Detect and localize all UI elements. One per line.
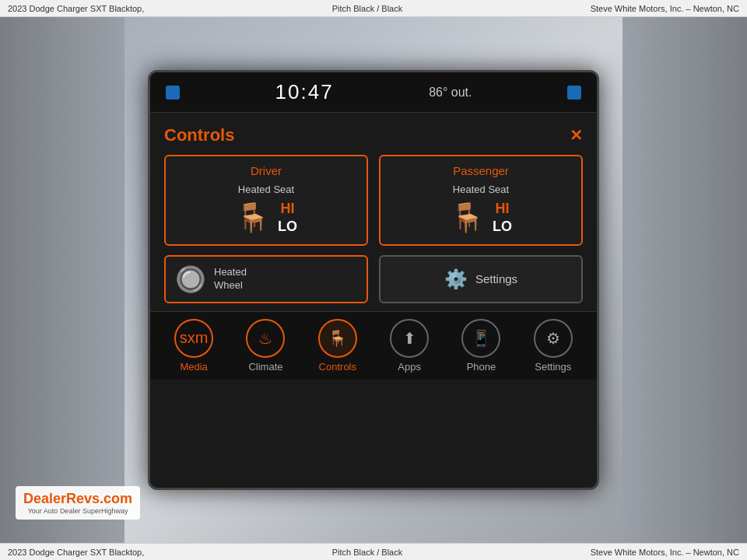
top-bar: 2023 Dodge Charger SXT Blacktop, Pitch B…	[0, 0, 747, 17]
passenger-seat-controls: 🪑 HI LO	[390, 200, 572, 236]
bottom-controls: 🔘 Heated Wheel ⚙️ Settings	[164, 255, 583, 303]
apps-icon: ⬆	[390, 319, 429, 358]
driver-seat-icon[interactable]: 🪑	[235, 201, 270, 234]
dash-left	[0, 17, 124, 543]
bottom-bar-middle: Pitch Black / Black	[332, 548, 402, 557]
car-area: 10:47 86° out. Controls ✕ Driver Heated …	[0, 17, 747, 543]
controls-icon: 🪑	[318, 319, 357, 358]
passenger-hi-label[interactable]: HI	[496, 200, 510, 218]
watermark-logo: DealerRevs.com	[23, 491, 132, 507]
settings-label: Settings	[475, 272, 517, 285]
driver-panel: Driver Heated Seat 🪑 HI LO	[164, 155, 368, 246]
passenger-panel: Passenger Heated Seat 🪑 HI LO	[379, 155, 583, 246]
infotainment-screen: 10:47 86° out. Controls ✕ Driver Heated …	[148, 70, 599, 490]
blue-indicator-left	[166, 86, 180, 100]
passenger-hi-lo: HI LO	[493, 200, 512, 236]
controls-area: Controls ✕ Driver Heated Seat 🪑 HI LO	[150, 113, 597, 311]
bottom-bar: 2023 Dodge Charger SXT Blacktop, Pitch B…	[0, 543, 747, 560]
nav-label-apps: Apps	[398, 361, 421, 373]
steering-wheel-icon: 🔘	[175, 264, 206, 294]
passenger-lo-label[interactable]: LO	[493, 218, 512, 236]
close-button[interactable]: ✕	[570, 126, 583, 145]
nav-label-settings: Settings	[535, 361, 571, 373]
driver-lo-label[interactable]: LO	[278, 218, 297, 236]
screen-header: 10:47 86° out.	[150, 72, 597, 113]
passenger-heated-seat-label: Heated Seat	[390, 184, 572, 195]
nav-label-controls: Controls	[319, 361, 356, 373]
heated-wheel-line2: Wheel	[214, 279, 243, 291]
seat-panels: Driver Heated Seat 🪑 HI LO Passenger Hea…	[164, 155, 583, 246]
controls-title-row: Controls ✕	[164, 125, 583, 145]
top-bar-right: Steve White Motors, Inc. – Newton, NC	[591, 4, 739, 13]
nav-item-controls[interactable]: 🪑 Controls	[310, 319, 365, 373]
top-bar-left: 2023 Dodge Charger SXT Blacktop,	[8, 4, 144, 13]
bottom-bar-right: Steve White Motors, Inc. – Newton, NC	[591, 548, 739, 557]
nav-bar: sxm Media ♨ Climate 🪑 Controls ⬆	[150, 311, 597, 380]
bottom-bar-left: 2023 Dodge Charger SXT Blacktop,	[8, 548, 144, 557]
top-bar-middle: Pitch Black / Black	[332, 4, 402, 13]
nav-item-climate[interactable]: ♨ Climate	[238, 319, 293, 373]
settings-panel[interactable]: ⚙️ Settings	[379, 255, 583, 303]
driver-hi-lo: HI LO	[278, 200, 297, 236]
nav-item-media[interactable]: sxm Media	[167, 319, 221, 373]
driver-seat-controls: 🪑 HI LO	[175, 200, 357, 236]
nav-item-apps[interactable]: ⬆ Apps	[382, 319, 437, 373]
heated-wheel-line1: Heated	[214, 266, 247, 278]
watermark: DealerRevs.com Your Auto Dealer SuperHig…	[16, 486, 140, 520]
nav-label-climate: Climate	[248, 361, 282, 373]
screen-temp: 86° out.	[429, 86, 472, 100]
driver-hi-label[interactable]: HI	[281, 200, 295, 218]
dash-right	[622, 17, 747, 543]
nav-item-phone[interactable]: 📱 Phone	[454, 319, 508, 373]
phone-icon: 📱	[461, 319, 500, 358]
watermark-tagline: Your Auto Dealer SuperHighway	[23, 507, 132, 515]
nav-item-settings[interactable]: ⚙ Settings	[526, 319, 580, 373]
settings-nav-icon: ⚙	[534, 319, 573, 358]
nav-label-media: Media	[180, 361, 207, 373]
climate-icon: ♨	[246, 319, 285, 358]
watermark-site-name: DealerRevs	[23, 491, 100, 506]
passenger-seat-icon[interactable]: 🪑	[450, 201, 485, 234]
media-icon: sxm	[174, 319, 213, 358]
blue-indicator-right	[567, 86, 581, 100]
nav-label-phone: Phone	[467, 361, 496, 373]
driver-panel-title: Driver	[175, 164, 357, 177]
driver-heated-seat-label: Heated Seat	[175, 184, 357, 195]
screen-time: 10:47	[275, 80, 334, 104]
heated-wheel-label: Heated Wheel	[214, 266, 247, 292]
watermark-tld: .com	[100, 491, 132, 506]
controls-title: Controls	[164, 125, 234, 145]
gear-icon: ⚙️	[444, 268, 468, 290]
heated-wheel-panel[interactable]: 🔘 Heated Wheel	[164, 255, 368, 303]
passenger-panel-title: Passenger	[390, 164, 572, 177]
